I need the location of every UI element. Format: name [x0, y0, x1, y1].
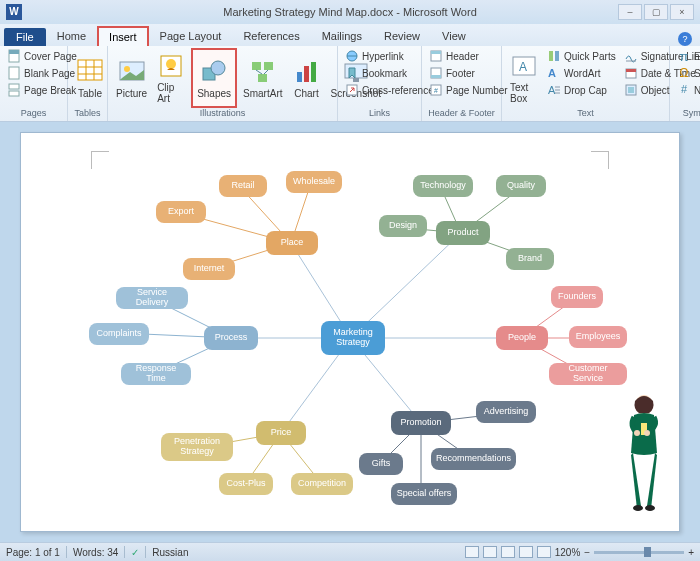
node-retail[interactable]: Retail	[219, 175, 267, 197]
node-gifts[interactable]: Gifts	[359, 453, 403, 475]
status-language[interactable]: Russian	[152, 547, 188, 558]
node-export[interactable]: Export	[156, 201, 206, 223]
svg-rect-22	[304, 66, 309, 82]
node-people[interactable]: People	[496, 326, 548, 350]
minimize-button[interactable]: –	[618, 4, 642, 20]
view-print-layout[interactable]	[465, 546, 479, 558]
equation-button[interactable]: πEquation	[674, 48, 700, 64]
symbol-icon: Ω	[677, 66, 691, 80]
page-icon	[7, 49, 21, 63]
tab-home[interactable]: Home	[46, 26, 97, 46]
picture-button[interactable]: Picture	[112, 48, 151, 108]
node-complaints[interactable]: Complaints	[89, 323, 149, 345]
node-quality[interactable]: Quality	[496, 175, 546, 197]
header-button[interactable]: Header	[426, 48, 497, 64]
node-penetration[interactable]: Penetration Strategy	[161, 433, 233, 461]
status-zoom[interactable]: 120%	[555, 547, 581, 558]
clipart-button[interactable]: Clip Art	[153, 48, 189, 108]
zoom-slider[interactable]	[594, 551, 684, 554]
page-break-button[interactable]: Page Break	[4, 82, 63, 98]
status-spellcheck-icon[interactable]: ✓	[131, 547, 139, 558]
svg-text:A: A	[548, 84, 556, 96]
chart-button[interactable]: Chart	[289, 48, 325, 108]
equation-icon: π	[677, 49, 691, 63]
maximize-button[interactable]: ▢	[644, 4, 668, 20]
node-process[interactable]: Process	[204, 326, 258, 350]
node-technology[interactable]: Technology	[413, 175, 473, 197]
object-icon	[624, 83, 638, 97]
node-place[interactable]: Place	[266, 231, 318, 255]
blank-page-button[interactable]: Blank Page	[4, 65, 63, 81]
shapes-button[interactable]: Shapes	[191, 48, 237, 108]
zoom-in[interactable]: +	[688, 547, 694, 558]
svg-rect-37	[549, 51, 553, 61]
node-employees[interactable]: Employees	[569, 326, 627, 348]
hyperlink-button[interactable]: Hyperlink	[342, 48, 417, 64]
tab-review[interactable]: Review	[373, 26, 431, 46]
node-center[interactable]: Marketing Strategy	[321, 321, 385, 355]
word-icon: W	[6, 4, 22, 20]
wordart-button[interactable]: AWordArt	[544, 65, 619, 81]
bookmark-icon	[345, 66, 359, 80]
svg-rect-2	[9, 67, 19, 79]
tab-file[interactable]: File	[4, 28, 46, 46]
node-founders[interactable]: Founders	[551, 286, 603, 308]
group-pages: Pages	[4, 108, 63, 119]
node-price[interactable]: Price	[256, 421, 306, 445]
ribbon-tabs: File Home Insert Page Layout References …	[0, 24, 700, 46]
footer-button[interactable]: Footer	[426, 65, 497, 81]
group-illustrations: Illustrations	[112, 108, 333, 119]
svg-rect-23	[311, 62, 316, 82]
table-button[interactable]: Table	[72, 48, 108, 108]
textbox-button[interactable]: AText Box	[506, 48, 542, 108]
tab-references[interactable]: References	[232, 26, 310, 46]
tab-view[interactable]: View	[431, 26, 477, 46]
node-recommendations[interactable]: Recommendations	[431, 448, 516, 470]
view-fullscreen[interactable]	[483, 546, 497, 558]
dropcap-button[interactable]: ADrop Cap	[544, 82, 619, 98]
cover-page-button[interactable]: Cover Page	[4, 48, 63, 64]
node-costplus[interactable]: Cost-Plus	[219, 473, 273, 495]
view-web[interactable]	[501, 546, 515, 558]
zoom-out[interactable]: −	[584, 547, 590, 558]
group-links: Links	[342, 108, 417, 119]
smartart-button[interactable]: SmartArt	[239, 48, 286, 108]
pagenum-button[interactable]: #Page Number	[426, 82, 497, 98]
number-icon: #	[677, 83, 691, 97]
close-button[interactable]: ×	[670, 4, 694, 20]
group-tables: Tables	[72, 108, 103, 119]
symbol-button[interactable]: ΩSymbol	[674, 65, 700, 81]
node-customer-service[interactable]: Customer Service	[549, 363, 627, 385]
tab-page-layout[interactable]: Page Layout	[149, 26, 233, 46]
node-product[interactable]: Product	[436, 221, 490, 245]
tab-mailings[interactable]: Mailings	[311, 26, 373, 46]
node-advertising[interactable]: Advertising	[476, 401, 536, 423]
view-outline[interactable]	[519, 546, 533, 558]
node-internet[interactable]: Internet	[183, 258, 235, 280]
page[interactable]: Marketing Strategy Place Retail Wholesal…	[20, 132, 680, 532]
node-design[interactable]: Design	[379, 215, 427, 237]
svg-rect-32	[431, 75, 441, 78]
number-button[interactable]: #Number	[674, 82, 700, 98]
view-draft[interactable]	[537, 546, 551, 558]
node-brand[interactable]: Brand	[506, 248, 554, 270]
crossref-button[interactable]: Cross-reference	[342, 82, 417, 98]
node-service-delivery[interactable]: Service Delivery	[116, 287, 188, 309]
status-words[interactable]: Words: 34	[73, 547, 118, 558]
group-text: Text	[506, 108, 665, 119]
help-icon[interactable]: ?	[678, 32, 692, 46]
node-promotion[interactable]: Promotion	[391, 411, 451, 435]
wordart-icon: A	[547, 66, 561, 80]
businesswoman-clipart	[619, 391, 669, 511]
node-competition[interactable]: Competition	[291, 473, 353, 495]
page-break-icon	[7, 83, 21, 97]
title-bar: W Marketing Strategy Mind Map.docx - Mic…	[0, 0, 700, 24]
node-wholesale[interactable]: Wholesale	[286, 171, 342, 193]
tab-insert[interactable]: Insert	[97, 26, 149, 46]
node-response-time[interactable]: Response Time	[121, 363, 191, 385]
status-page[interactable]: Page: 1 of 1	[6, 547, 60, 558]
node-special-offers[interactable]: Special offers	[391, 483, 457, 505]
smartart-icon	[249, 58, 277, 86]
quickparts-button[interactable]: Quick Parts	[544, 48, 619, 64]
bookmark-button[interactable]: Bookmark	[342, 65, 417, 81]
